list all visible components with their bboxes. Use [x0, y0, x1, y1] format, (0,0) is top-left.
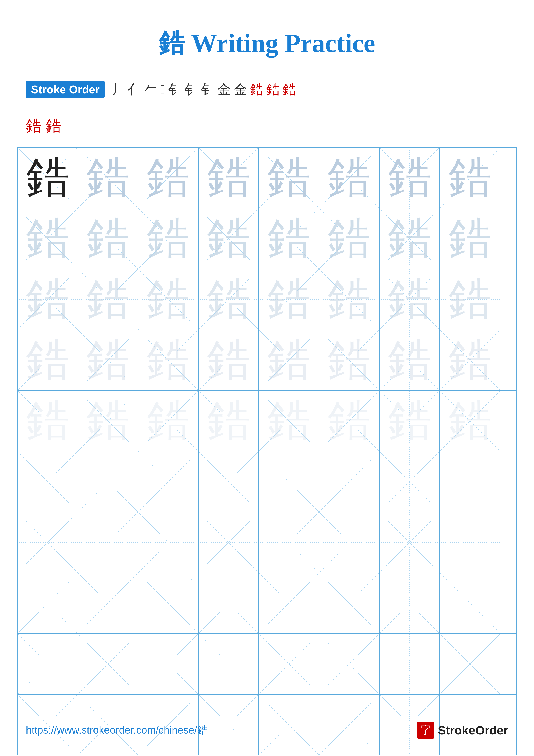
footer-logo: 字 StrokeOrder: [417, 721, 508, 739]
grid-cell-6-6: [319, 451, 380, 512]
stroke-step-8: 金: [217, 80, 231, 98]
practice-char: 鋯: [448, 156, 492, 199]
practice-char: 鋯: [328, 217, 371, 260]
grid-cell-4-1: 鋯: [18, 330, 78, 390]
grid-cell-6-7: [380, 451, 440, 512]
grid-cell-4-3: 鋯: [138, 330, 199, 390]
grid-cell-5-8: 鋯: [440, 391, 500, 451]
practice-char: 鋯: [147, 338, 190, 382]
grid-cell-2-1: 鋯: [18, 208, 78, 269]
grid-row-2: 鋯 鋯 鋯 鋯 鋯 鋯 鋯 鋯: [18, 208, 516, 269]
grid-cell-8-1: [18, 573, 78, 634]
grid-cell-5-3: 鋯: [138, 391, 199, 451]
grid-cell-7-4: [199, 512, 259, 573]
stroke-second-2: 鋯: [46, 116, 61, 136]
practice-char: 鋯: [448, 399, 492, 443]
practice-char: 鋯: [207, 338, 250, 382]
stroke-second-1: 鋯: [26, 116, 41, 136]
grid-cell-1-4: 鋯: [199, 148, 259, 208]
grid-cell-6-2: [78, 451, 138, 512]
grid-cell-8-4: [199, 573, 259, 634]
grid-cell-9-4: [199, 634, 259, 694]
grid-row-6: [18, 451, 516, 512]
grid-row-8: [18, 573, 516, 634]
stroke-order-section: Stroke Order 丿 亻 𠂉 𠃊 钅 钅 钅 金 金 鋯 鋯 鋯: [0, 74, 534, 105]
practice-char: 鋯: [207, 217, 250, 260]
practice-char: 鋯: [87, 278, 129, 321]
grid-row-4: 鋯 鋯 鋯 鋯 鋯 鋯 鋯 鋯: [18, 330, 516, 391]
stroke-sequence: 丿 亻 𠂉 𠃊 钅 钅 钅 金 金 鋯 鋯 鋯: [111, 80, 508, 98]
grid-row-3: 鋯 鋯 鋯 鋯 鋯 鋯 鋯 鋯: [18, 269, 516, 330]
practice-char: 鋯: [448, 278, 492, 321]
stroke-step-9: 金: [234, 80, 247, 98]
grid-row-1: 鋯 鋯 鋯 鋯 鋯 鋯 鋯 鋯: [18, 148, 516, 208]
grid-cell-1-7: 鋯: [380, 148, 440, 208]
stroke-step-3: 𠂉: [144, 82, 157, 97]
practice-char: 鋯: [26, 217, 69, 260]
grid-cell-8-7: [380, 573, 440, 634]
grid-cell-2-5: 鋯: [259, 208, 319, 269]
practice-char: 鋯: [328, 156, 371, 199]
grid-cell-9-6: [319, 634, 380, 694]
practice-char: 鋯: [26, 399, 69, 443]
grid-cell-2-3: 鋯: [138, 208, 199, 269]
practice-char: 鋯: [388, 338, 431, 382]
stroke-step-6: 钅: [185, 80, 198, 98]
grid-cell-1-2: 鋯: [78, 148, 138, 208]
practice-char: 鋯: [26, 278, 69, 321]
grid-cell-3-2: 鋯: [78, 269, 138, 330]
grid-row-5: 鋯 鋯 鋯 鋯 鋯 鋯 鋯 鋯: [18, 391, 516, 451]
logo-char: 字: [420, 723, 431, 738]
grid-cell-5-1: 鋯: [18, 391, 78, 451]
grid-cell-7-7: [380, 512, 440, 573]
practice-char: 鋯: [328, 338, 371, 382]
practice-grid: 鋯 鋯 鋯 鋯 鋯 鋯 鋯 鋯 鋯 鋯 鋯 鋯 鋯 鋯 鋯 鋯 鋯 鋯 鋯 鋯 …: [17, 147, 517, 755]
stroke-order-badge: Stroke Order: [26, 81, 105, 98]
practice-char: 鋯: [207, 156, 250, 199]
grid-cell-5-6: 鋯: [319, 391, 380, 451]
grid-cell-9-7: [380, 634, 440, 694]
grid-cell-3-1: 鋯: [18, 269, 78, 330]
stroke-step-1: 丿: [111, 80, 124, 98]
grid-cell-6-5: [259, 451, 319, 512]
practice-char: 鋯: [207, 399, 250, 443]
grid-cell-5-4: 鋯: [199, 391, 259, 451]
practice-char: 鋯: [147, 156, 190, 199]
grid-cell-4-4: 鋯: [199, 330, 259, 390]
grid-cell-1-3: 鋯: [138, 148, 199, 208]
grid-cell-2-4: 鋯: [199, 208, 259, 269]
grid-cell-9-3: [138, 634, 199, 694]
practice-char: 鋯: [147, 217, 190, 260]
stroke-step-5: 钅: [168, 80, 182, 98]
grid-cell-9-1: [18, 634, 78, 694]
grid-cell-3-8: 鋯: [440, 269, 500, 330]
grid-cell-6-3: [138, 451, 199, 512]
grid-cell-1-5: 鋯: [259, 148, 319, 208]
grid-cell-9-2: [78, 634, 138, 694]
grid-cell-9-8: [440, 634, 500, 694]
practice-char: 鋯: [87, 338, 129, 382]
grid-cell-7-8: [440, 512, 500, 573]
grid-cell-2-8: 鋯: [440, 208, 500, 269]
footer: https://www.strokeorder.com/chinese/鋯 字 …: [0, 721, 534, 739]
grid-cell-5-7: 鋯: [380, 391, 440, 451]
grid-cell-6-4: [199, 451, 259, 512]
grid-cell-8-8: [440, 573, 500, 634]
practice-char: 鋯: [87, 156, 129, 199]
practice-char: 鋯: [87, 399, 129, 443]
grid-cell-4-6: 鋯: [319, 330, 380, 390]
grid-cell-1-8: 鋯: [440, 148, 500, 208]
grid-cell-6-1: [18, 451, 78, 512]
practice-char: 鋯: [328, 278, 371, 321]
practice-char: 鋯: [267, 156, 310, 199]
practice-char: 鋯: [147, 278, 190, 321]
grid-cell-4-7: 鋯: [380, 330, 440, 390]
grid-cell-8-5: [259, 573, 319, 634]
practice-char: 鋯: [328, 399, 371, 443]
grid-cell-3-7: 鋯: [380, 269, 440, 330]
practice-char: 鋯: [207, 278, 250, 321]
grid-cell-7-1: [18, 512, 78, 573]
practice-char: 鋯: [267, 399, 310, 443]
logo-text: StrokeOrder: [438, 723, 508, 737]
practice-char: 鋯: [267, 217, 310, 260]
